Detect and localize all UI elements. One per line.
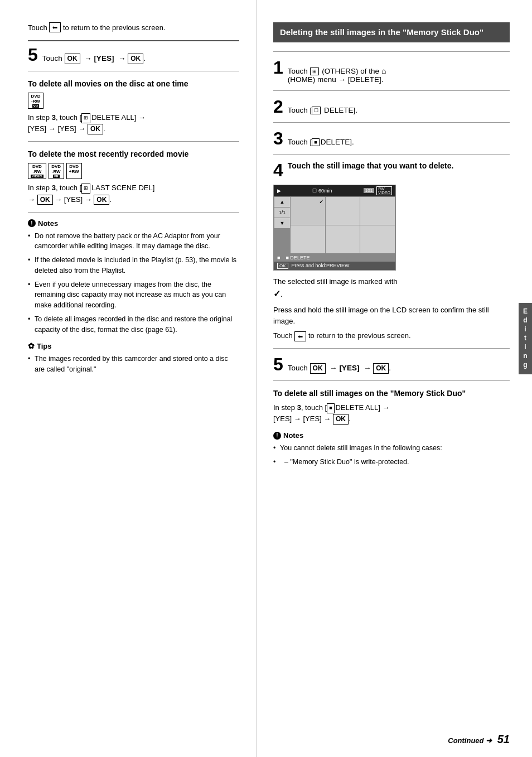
screen-nav-down[interactable]: ▼ <box>274 218 290 228</box>
others-icon: ⊞ <box>310 67 319 75</box>
section-heading-right: Deleting the still images in the "Memory… <box>273 22 510 42</box>
left-column: Touch ⬅ to return to the previous screen… <box>0 0 257 757</box>
divider-r2 <box>273 90 510 91</box>
tips-title: ✿ Tips <box>28 341 239 350</box>
screen-preview-label: Press and hold:PREVIEW <box>292 263 350 268</box>
notes2-list: You cannot delete still images in the fo… <box>273 443 510 467</box>
back-arrow-box: ⬅ <box>49 22 61 32</box>
screen-mockup: ▶ ☐ 60min 101 RWVIDEO ▲ 1/1 ▼ ✓ <box>273 185 396 271</box>
ok-box-still-all: OK <box>333 414 349 425</box>
screen-ok-label[interactable]: OK <box>277 263 288 269</box>
divider-2 <box>28 71 239 71</box>
tip-item-1: The images recorded by this camcorder an… <box>28 354 239 375</box>
screen-num: 101 <box>364 188 374 193</box>
ok-box-last2: OK <box>94 195 109 205</box>
screen-play-icon: ▶ <box>277 188 281 194</box>
notes-list: Do not remove the battery pack or the AC… <box>28 231 239 335</box>
divider-r1 <box>273 51 510 52</box>
notes2-section: ! Notes You cannot delete still images i… <box>273 431 510 467</box>
ok-box-last: OK <box>37 195 53 205</box>
screen-nav: ▲ 1/1 ▼ <box>274 197 290 253</box>
divider-r3 <box>273 122 510 123</box>
note-item-4: To delete all images recorded in the dis… <box>28 314 239 335</box>
step5r-text: Touch OK → [YES] → OK. <box>288 363 391 374</box>
screen-img-1[interactable]: ✓ <box>291 197 325 225</box>
dvd-rw-vr-badge: DVD-RW VR <box>49 163 64 179</box>
touch-return-text: Touch ⬅ to return to the previous screen… <box>273 330 510 341</box>
step5-ok1: OK <box>65 54 80 64</box>
note-item-3: Even if you delete unnecessary images fr… <box>28 279 239 311</box>
dvd-badge-group-1: DVD-RW VR <box>28 93 239 109</box>
divider-r5 <box>273 348 510 349</box>
notes2-title: ! Notes <box>273 431 510 440</box>
checkmark-1: ✓ <box>319 198 324 205</box>
tips-icon: ✿ <box>28 341 35 350</box>
screen-delete-icon: ■ <box>277 255 280 261</box>
screen-img-4[interactable] <box>291 225 325 253</box>
step2-right: 2 Touch [☐ DELETE]. <box>273 98 510 115</box>
notes-section: ! Notes Do not remove the battery pack o… <box>28 219 239 335</box>
dvd-plus-rw-badge: DVD+RW <box>66 163 82 179</box>
dvd-badge-group-2: DVD-RW VIDEO DVD-RW VR DVD+RW <box>28 163 239 179</box>
note2-item-2: – "Memory Stick Duo" is write-protected. <box>273 457 510 467</box>
delete-all-step-text: In step 3, touch [⊞DELETE ALL] → [YES] →… <box>28 112 239 134</box>
step3-text: Touch [■DELETE]. <box>288 138 354 146</box>
touch-back-desc: to return to the previous screen. <box>63 23 166 32</box>
step2-text: Touch [☐ DELETE]. <box>288 106 357 114</box>
step4-num: 4 <box>273 161 283 179</box>
screen-ok-bar: OK Press and hold:PREVIEW <box>274 262 395 270</box>
divider-3 <box>28 141 239 142</box>
delete-all-still-heading: To delete all still images on the "Memor… <box>273 389 510 398</box>
step4-right: 4 Touch the still image that you want to… <box>273 161 510 179</box>
press-hold-text: Press and hold the still image on the LC… <box>273 305 510 327</box>
film-icon-2: ⊞ <box>81 184 90 194</box>
screen-top-bar: ▶ ☐ 60min 101 RWVIDEO <box>274 185 395 196</box>
ok-box-del-all: OK <box>88 124 103 134</box>
continued-line: Continued ➜ 51 <box>448 733 510 746</box>
step5-num: 5 <box>28 46 38 64</box>
tips-list: The images recorded by this camcorder an… <box>28 354 239 375</box>
film-icon-1: ⊞ <box>81 113 90 123</box>
step5-ok2: OK <box>128 54 143 64</box>
delete-all-movies-heading: To delete all movies on the disc at one … <box>28 79 239 88</box>
divider-r4 <box>273 154 510 155</box>
note-icon: ! <box>28 219 36 227</box>
step1-num: 1 <box>273 59 283 76</box>
divider-1 <box>28 40 239 41</box>
step3-right: 3 Touch [■DELETE]. <box>273 129 510 147</box>
note-item-2: If the deleted movie is included in the … <box>28 255 239 276</box>
step5-text: Touch OK → [YES] → OK. <box>42 54 146 64</box>
notes-title: ! Notes <box>28 219 239 228</box>
screen-delete-label: ■ DELETE <box>286 255 309 261</box>
step4-text: Touch the still image that you want to d… <box>288 161 454 170</box>
touch-back-touch: Touch <box>28 23 47 32</box>
step5-right: 5 Touch OK → [YES] → OK. <box>273 355 510 374</box>
back-arrow-right: ⬅ <box>294 331 306 341</box>
step3-icon: ■ <box>312 138 319 146</box>
screen-img-2[interactable] <box>326 197 360 225</box>
divider-r6 <box>273 380 510 381</box>
right-column: Deleting the still images in the "Memory… <box>257 0 532 757</box>
screen-nav-up[interactable]: ▲ <box>274 197 290 207</box>
step3-num: 3 <box>273 129 283 147</box>
step5r-num: 5 <box>273 355 283 373</box>
screen-img-6[interactable] <box>360 225 395 253</box>
screen-img-3[interactable] <box>360 197 395 225</box>
delete-last-scene-heading: To delete the most recently recorded mov… <box>28 150 239 158</box>
screen-img-5[interactable] <box>326 225 360 253</box>
note2-item-1: You cannot delete still images in the fo… <box>273 443 510 454</box>
step2-icon: ☐ <box>312 107 321 114</box>
touch-back-line: Touch ⬅ to return to the previous screen… <box>28 22 239 32</box>
page-number: 51 <box>497 733 510 745</box>
step5-left: 5 Touch OK → [YES] → OK. <box>28 46 239 64</box>
dvd-rw-badge-1: DVD-RW VR <box>28 93 43 109</box>
step1-right: 1 Touch ⊞ (OTHERS) of the ⌂ (HOME) menu … <box>273 59 510 84</box>
step2-num: 2 <box>273 98 283 115</box>
step5r-ok2: OK <box>373 363 389 374</box>
last-scene-step-text: In step 3, touch [⊞LAST SCENE DEL] → OK … <box>28 182 239 205</box>
editing-tab: Editing <box>519 303 532 374</box>
film-icon-r: ■ <box>327 403 334 413</box>
screen-battery: ☐ 60min <box>312 188 332 194</box>
dvd-rw-video-badge: DVD-RW VIDEO <box>28 163 46 179</box>
screen-top-right: 101 RWVIDEO <box>364 186 392 195</box>
